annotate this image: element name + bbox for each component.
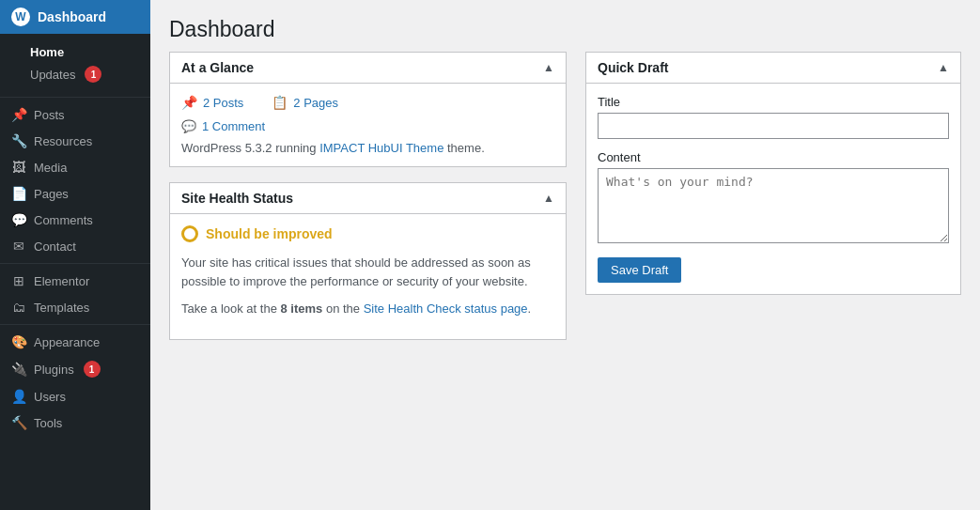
site-health-header: Site Health Status ▲ [170, 183, 566, 214]
sidebar-item-appearance[interactable]: 🎨 Appearance [0, 329, 150, 355]
contact-icon: ✉ [11, 239, 26, 254]
pages-icon: 📄 [11, 186, 26, 201]
health-status-row: Should be improved [181, 225, 554, 242]
sidebar-tools-label: Tools [34, 416, 62, 430]
sidebar-item-resources[interactable]: 🔧 Resources [0, 128, 150, 154]
comments-icon: 💬 [11, 212, 26, 227]
templates-icon: 🗂 [11, 300, 26, 315]
save-draft-button[interactable]: Save Draft [598, 257, 681, 283]
left-column: At a Glance ▲ 📌 2 Posts 📋 2 Pages [169, 52, 567, 491]
posts-stat-link[interactable]: 2 Posts [203, 96, 243, 110]
resources-icon: 🔧 [11, 133, 26, 148]
pages-stat-link[interactable]: 2 Pages [293, 96, 338, 110]
sidebar-item-updates[interactable]: Updates 1 [0, 63, 150, 85]
media-icon: 🖼 [11, 160, 26, 175]
sidebar-home-section: Home Updates 1 [0, 34, 150, 93]
health-items-end: . [528, 301, 532, 316]
sidebar-item-tools[interactable]: 🔨 Tools [0, 410, 150, 436]
sidebar-comments-label: Comments [34, 213, 93, 227]
sidebar-appearance-label: Appearance [34, 335, 100, 349]
at-a-glance-header: At a Glance ▲ [170, 53, 566, 84]
health-items-prefix: Take a look at the [181, 301, 281, 316]
sidebar-contact-label: Contact [34, 240, 76, 254]
wp-logo: W [11, 8, 30, 26]
tools-icon: 🔨 [11, 415, 26, 430]
sidebar-header: W Dashboard [0, 0, 150, 34]
sidebar-posts-label: Posts [34, 108, 65, 122]
pages-stat-icon: 📋 [272, 95, 288, 110]
at-a-glance-body: 📌 2 Posts 📋 2 Pages 💬 1 Comment Word [170, 84, 566, 166]
page-title: Dashboard [150, 0, 980, 52]
quick-draft-header: Quick Draft ▲ [586, 53, 960, 84]
health-items-row: Take a look at the 8 items on the Site H… [181, 300, 554, 318]
quick-draft-widget: Quick Draft ▲ Title Content Save Draft [585, 52, 961, 295]
plugins-icon: 🔌 [11, 362, 26, 377]
content-textarea[interactable] [598, 168, 949, 243]
comments-row: 💬 1 Comment [181, 119, 554, 133]
main-content: Dashboard At a Glance ▲ 📌 2 Posts � [150, 0, 980, 510]
health-items-count: 8 items [281, 301, 323, 316]
theme-suffix: theme. [443, 141, 484, 155]
theme-link[interactable]: IMPACT HubUI Theme [319, 141, 443, 155]
users-icon: 👤 [11, 389, 26, 404]
posts-icon: 📌 [11, 107, 26, 122]
sidebar-item-home[interactable]: Home [0, 41, 150, 63]
wp-info-row: WordPress 5.3.2 running IMPACT HubUI The… [181, 141, 554, 155]
sidebar-item-media[interactable]: 🖼 Media [0, 154, 150, 180]
sidebar-pages-label: Pages [34, 187, 69, 201]
right-column: Quick Draft ▲ Title Content Save Draft [585, 52, 961, 491]
sidebar-elementor-label: Elementor [34, 274, 89, 288]
sidebar-users-label: Users [34, 390, 66, 404]
quick-draft-body: Title Content Save Draft [586, 84, 960, 294]
sidebar-title: Dashboard [38, 9, 106, 24]
sidebar-plugins-label: Plugins [34, 363, 74, 377]
site-health-body: Should be improved Your site has critica… [170, 214, 566, 339]
updates-badge: 1 [85, 66, 101, 83]
site-health-collapse[interactable]: ▲ [543, 192, 554, 205]
site-health-widget: Site Health Status ▲ Should be improved … [169, 182, 567, 340]
sidebar-item-contact[interactable]: ✉ Contact [0, 233, 150, 259]
comments-stat-link[interactable]: 1 Comment [202, 119, 265, 133]
updates-label: Updates [30, 68, 75, 82]
sidebar-item-comments[interactable]: 💬 Comments [0, 207, 150, 233]
content-area: At a Glance ▲ 📌 2 Posts 📋 2 Pages [150, 52, 980, 510]
at-a-glance-title: At a Glance [181, 60, 254, 75]
sidebar-item-posts[interactable]: 📌 Posts [0, 101, 150, 128]
quick-draft-title: Quick Draft [598, 60, 668, 75]
wp-info-text: WordPress 5.3.2 running [181, 141, 319, 155]
title-label: Title [598, 95, 949, 109]
pages-stat: 📋 2 Pages [272, 95, 338, 110]
appearance-icon: 🎨 [11, 334, 26, 349]
health-circle-icon [181, 225, 198, 242]
sidebar-item-templates[interactable]: 🗂 Templates [0, 294, 150, 320]
health-description: Your site has critical issues that shoul… [181, 254, 554, 290]
comments-stat-icon: 💬 [181, 119, 196, 133]
sidebar-item-elementor[interactable]: ⊞ Elementor [0, 268, 150, 294]
title-input[interactable] [598, 113, 949, 139]
sidebar-templates-label: Templates [34, 301, 89, 315]
plugins-badge: 1 [84, 361, 101, 378]
sidebar-item-pages[interactable]: 📄 Pages [0, 180, 150, 207]
sidebar: W Dashboard Home Updates 1 📌 Posts 🔧 Res… [0, 0, 150, 510]
sidebar-resources-label: Resources [34, 134, 92, 148]
sidebar-nav: 📌 Posts 🔧 Resources 🖼 Media 📄 Pages 💬 Co… [0, 101, 150, 436]
health-items-mid: on the [322, 301, 363, 316]
posts-stat-icon: 📌 [181, 95, 197, 110]
site-health-title: Site Health Status [181, 191, 293, 206]
health-status-label: Should be improved [206, 226, 333, 241]
content-label: Content [598, 150, 949, 164]
sidebar-media-label: Media [34, 161, 67, 175]
at-a-glance-collapse[interactable]: ▲ [543, 61, 554, 74]
health-check-link[interactable]: Site Health Check status page [364, 301, 528, 316]
elementor-icon: ⊞ [11, 273, 26, 288]
posts-stat: 📌 2 Posts [181, 95, 243, 110]
sidebar-item-plugins[interactable]: 🔌 Plugins 1 [0, 355, 150, 383]
glance-stats: 📌 2 Posts 📋 2 Pages [181, 95, 554, 110]
at-a-glance-widget: At a Glance ▲ 📌 2 Posts 📋 2 Pages [169, 52, 567, 167]
quick-draft-collapse[interactable]: ▲ [938, 61, 949, 74]
sidebar-item-users[interactable]: 👤 Users [0, 383, 150, 410]
